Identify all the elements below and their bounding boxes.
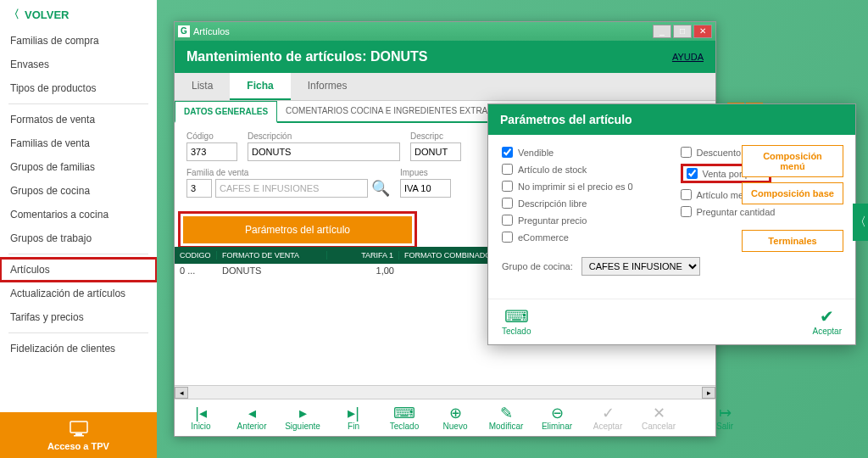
svg-rect-0: [70, 422, 87, 433]
tab-lista[interactable]: Lista: [175, 73, 230, 100]
codigo-label: Código: [186, 131, 237, 141]
check-artículo-de-stock[interactable]: Artículo de stock: [502, 164, 664, 175]
sidebar-item-artículos[interactable]: Artículos: [0, 258, 157, 282]
check-descripción-libre[interactable]: Descripción libre: [502, 198, 664, 209]
grupo-cocina-select[interactable]: CAFES E INFUSIONES: [581, 257, 700, 276]
tpv-label: Acceso a TPV: [47, 441, 109, 451]
aceptar-button: ✓Aceptar: [590, 405, 626, 431]
teclado-button[interactable]: ⌨ Teclado: [502, 306, 531, 336]
back-label: VOLVER: [25, 8, 70, 21]
composición-menú-button[interactable]: Composición menú: [742, 145, 843, 177]
check-circle-icon: ✔: [820, 306, 834, 327]
header-bar: Mantenimiento de artículos: DONUTS AYUDA: [175, 41, 715, 73]
cancelar-button: ✕Cancelar: [641, 405, 676, 431]
siguiente-icon: ▸: [299, 405, 307, 422]
main-tabs: ListaFichaInformes: [175, 73, 715, 101]
fin-button[interactable]: ▸|Fin: [336, 405, 371, 431]
cancelar-icon: ✕: [653, 405, 665, 422]
sidebar-item-familias-de-compra[interactable]: Familias de compra: [0, 29, 157, 53]
help-link[interactable]: AYUDA: [672, 52, 704, 62]
sidebar-item-grupos-de-familias[interactable]: Grupos de familias: [0, 155, 157, 179]
cell-formato: DONUTS: [217, 265, 327, 278]
check-vendible[interactable]: Vendible: [502, 147, 664, 158]
desc2-label: Descripc: [410, 131, 461, 141]
nuevo-icon: ⊕: [449, 405, 462, 422]
aceptar-icon: ✓: [602, 405, 615, 422]
modal-title: Parámetros del artículo: [488, 104, 855, 135]
familia-label: Familia de venta: [186, 168, 390, 177]
tab-ficha[interactable]: Ficha: [230, 73, 290, 100]
page-title: Mantenimiento de artículos: DONUTS: [186, 49, 427, 64]
desc2-input[interactable]: [410, 142, 461, 161]
cell-tarifa: 1,00: [327, 265, 399, 278]
sidebar-item-tipos-de-productos[interactable]: Tipos de productos: [0, 76, 157, 100]
teclado-label: Teclado: [502, 327, 531, 336]
impuesto-label: Impues: [400, 168, 451, 177]
back-button[interactable]: 〈 VOLVER: [0, 0, 157, 29]
eliminar-button[interactable]: ⊖Eliminar: [539, 405, 575, 431]
nuevo-button[interactable]: ⊕Nuevo: [437, 405, 473, 431]
sidebar-item-formatos-de-venta[interactable]: Formatos de venta: [0, 108, 157, 131]
grupo-cocina-label: Grupo de cocina:: [502, 261, 573, 271]
horizontal-scrollbar[interactable]: ◂ ▸: [175, 385, 715, 399]
familia-name-input[interactable]: [215, 179, 368, 198]
side-drawer-handle[interactable]: 〈: [853, 204, 868, 241]
subtab-datos-generales[interactable]: DATOS GENERALES: [175, 101, 277, 123]
sidebar-item-comentarios-a-cocina[interactable]: Comentarios a cocina: [0, 203, 157, 226]
composición-base-button[interactable]: Composición base: [742, 182, 843, 204]
teclado-icon: ⌨: [393, 405, 415, 422]
check-preguntar-precio[interactable]: Preguntar precio: [502, 215, 664, 226]
codigo-input[interactable]: [186, 142, 237, 161]
salir-icon: ↦: [719, 405, 732, 422]
search-icon[interactable]: 🔍: [371, 179, 390, 198]
sidebar-item-fidelización-de-clientes[interactable]: Fidelización de clientes: [0, 337, 157, 360]
siguiente-button[interactable]: ▸Siguiente: [285, 405, 320, 431]
sidebar: 〈 VOLVER Familias de compraEnvasesTipos …: [0, 0, 157, 458]
sidebar-item-actualización-de-artículos[interactable]: Actualización de artículos: [0, 282, 157, 305]
impuesto-input[interactable]: [400, 179, 451, 198]
check-no-imprimir-si-el-precio-es-0[interactable]: No imprimir si el precio es 0: [502, 181, 664, 192]
minimize-button[interactable]: _: [653, 25, 671, 38]
modificar-button[interactable]: ✎Modificar: [488, 405, 524, 431]
cell-combinado: [399, 265, 501, 278]
anterior-button[interactable]: ◂Anterior: [234, 405, 270, 431]
grid-header-tarifa: TARIFA 1: [327, 251, 399, 260]
window-titlebar[interactable]: G Artículos _ □ ✕: [175, 22, 715, 41]
tab-informes[interactable]: Informes: [291, 73, 364, 100]
sidebar-item-familias-de-venta[interactable]: Familias de venta: [0, 131, 157, 155]
inicio-button[interactable]: |◂Inicio: [183, 405, 219, 431]
grid-header-formato: FORMATO DE VENTA: [217, 251, 327, 260]
sidebar-item-envases[interactable]: Envases: [0, 53, 157, 76]
sidebar-item-grupos-de-trabajo[interactable]: Grupos de trabajo: [0, 226, 157, 250]
tpv-access-button[interactable]: Acceso a TPV: [0, 412, 157, 458]
monitor-icon: [68, 421, 90, 438]
svg-rect-1: [75, 433, 82, 435]
teclado-button[interactable]: ⌨Teclado: [387, 405, 422, 431]
fin-icon: ▸|: [348, 405, 359, 422]
desc-input[interactable]: [248, 142, 400, 161]
close-button[interactable]: ✕: [693, 25, 712, 38]
scroll-left-button[interactable]: ◂: [175, 387, 188, 399]
subtab-comentarios-cocina-e-ingredientes-extra[interactable]: COMENTARIOS COCINA E INGREDIENTES EXTRA: [277, 101, 496, 121]
maximize-button[interactable]: □: [673, 25, 692, 38]
cell-codigo: 0 ...: [175, 265, 217, 278]
svg-rect-2: [74, 435, 84, 437]
aceptar-button[interactable]: ✔ Aceptar: [813, 306, 842, 336]
aceptar-label: Aceptar: [813, 327, 842, 336]
eliminar-icon: ⊖: [551, 405, 564, 422]
bottom-toolbar: |◂Inicio◂Anterior▸Siguiente▸|Fin⌨Teclado…: [175, 399, 715, 436]
salir-button[interactable]: ↦Salir: [707, 405, 743, 431]
scroll-right-button[interactable]: ▸: [702, 387, 715, 399]
modificar-icon: ✎: [500, 405, 513, 422]
keyboard-icon: ⌨: [504, 306, 529, 327]
chevron-left-icon: 〈: [8, 7, 19, 22]
grid-header-codigo: CODIGO: [175, 251, 217, 260]
anterior-icon: ◂: [248, 405, 256, 422]
app-icon: G: [178, 25, 190, 37]
check-ecommerce[interactable]: eCommerce: [502, 232, 664, 243]
sidebar-item-grupos-de-cocina[interactable]: Grupos de cocina: [0, 179, 157, 203]
familia-code-input[interactable]: [186, 179, 212, 198]
parametros-button[interactable]: Parámetros del artículo: [183, 216, 412, 243]
terminales-button[interactable]: Terminales: [742, 230, 843, 252]
sidebar-item-tarifas-y-precios[interactable]: Tarifas y precios: [0, 305, 157, 329]
